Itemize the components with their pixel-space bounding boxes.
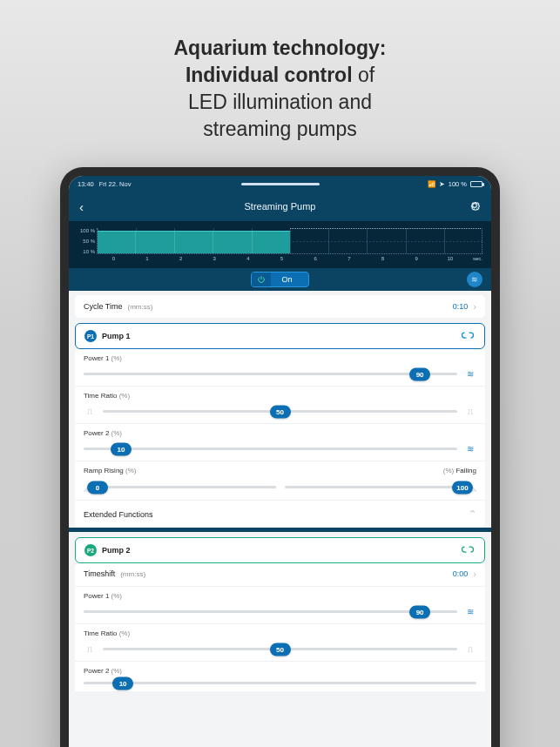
pump1-power1-row: Power 1 (%) 90 ≋: [75, 349, 485, 386]
x-tick: 5: [265, 256, 299, 261]
power2-label: Power 2: [84, 429, 109, 437]
battery-pct: 100 %: [449, 180, 467, 188]
pulse-icon: ⎍: [464, 407, 476, 416]
ramp-falling-label: Falling: [455, 467, 476, 474]
section-divider: [69, 528, 491, 532]
marketing-headline: Aquarium technology: Individual control …: [0, 0, 560, 167]
power2-unit: (%): [111, 429, 122, 437]
cycle-time-row[interactable]: Cycle Time (mm:ss) 0:10 ›: [75, 295, 485, 318]
extended-label: Extended Functions: [84, 510, 153, 519]
y-tick-100: 100 %: [78, 228, 95, 233]
pump1-name: Pump 1: [102, 332, 131, 340]
x-tick: 6: [299, 256, 333, 261]
home-indicator: [241, 183, 320, 185]
ramp-rising-slider[interactable]: 0: [98, 486, 276, 488]
tablet-screen: 13:40 Fri 22. Nov 📶 ➤ 100 % ‹ Streaming …: [69, 176, 491, 747]
power2-thumb[interactable]: 10: [111, 442, 132, 455]
y-tick-50: 50 %: [78, 239, 95, 244]
pump1-ramp-row: Ramp Rising (%) ◿ 0 (%): [75, 461, 485, 500]
y-tick-10: 10 %: [78, 249, 95, 254]
pump2-name: Pump 2: [102, 546, 131, 555]
timeshift-label: Timeshift: [84, 569, 115, 578]
pump1-power2-row: Power 2 (%) 10 ≋: [75, 423, 485, 461]
x-tick: 3: [198, 256, 232, 261]
waves-icon[interactable]: ≋: [464, 369, 476, 379]
chart-wave: [98, 231, 290, 253]
page-title: Streaming Pump: [97, 201, 463, 212]
timeratio-slider[interactable]: 50: [103, 410, 457, 413]
ramp-rising-thumb[interactable]: 0: [87, 481, 108, 494]
x-tick: 10: [433, 256, 467, 261]
location-icon: ➤: [439, 180, 445, 188]
p2-power2-thumb[interactable]: 10: [112, 676, 133, 690]
x-tick: 0: [97, 256, 131, 261]
cycle-value: 0:10: [453, 302, 469, 311]
x-unit: sec.: [467, 256, 482, 261]
status-date: Fri 22. Nov: [99, 180, 132, 188]
ramp-rising-label: Ramp Rising: [84, 467, 124, 474]
power1-slider[interactable]: 90: [84, 373, 457, 375]
waves-icon[interactable]: ≋: [464, 444, 476, 454]
ramp-falling-thumb[interactable]: 100: [452, 481, 473, 494]
timeratio-label: Time Ratio: [84, 392, 117, 400]
waves-icon: ≋: [471, 275, 478, 284]
timeshift-unit: (mm:ss): [120, 570, 145, 578]
p2-power1-thumb[interactable]: 90: [409, 605, 430, 618]
p2-power1-slider[interactable]: 90: [84, 610, 457, 613]
timeratio-unit: (%): [119, 392, 130, 400]
x-tick: 7: [332, 256, 366, 261]
cycle-unit: (mm:ss): [128, 303, 153, 311]
x-tick: 1: [131, 256, 165, 261]
pulse-icon: ⎍: [464, 644, 476, 654]
p2-power2-unit: (%): [111, 667, 122, 675]
power1-thumb[interactable]: 90: [409, 367, 430, 380]
extended-functions-row[interactable]: Extended Functions ⌃: [75, 500, 485, 528]
power-toggle[interactable]: On: [251, 272, 308, 287]
p2-timeratio-thumb[interactable]: 50: [270, 643, 291, 656]
ramp-rising-unit: (%): [125, 467, 136, 474]
pump2-timeshift-row[interactable]: Timeshift (mm:ss) 0:00 ›: [75, 563, 485, 586]
headline-line2-reg: of: [353, 64, 375, 86]
power-label: On: [271, 275, 307, 284]
x-tick: 9: [400, 256, 434, 261]
chevron-right-icon: ›: [473, 569, 476, 579]
nav-header: ‹ Streaming Pump: [69, 192, 491, 221]
p2-timeratio-label: Time Ratio: [84, 629, 117, 637]
pump2-badge: P2: [84, 544, 97, 556]
x-tick: 2: [164, 256, 198, 261]
tablet-frame: 13:40 Fri 22. Nov 📶 ➤ 100 % ‹ Streaming …: [60, 167, 500, 747]
pump2-timeratio-row: Time Ratio (%) ⎍ 50 ⎍: [75, 623, 485, 661]
headline-line2-bold: Individual control: [186, 64, 353, 86]
timeratio-thumb[interactable]: 50: [270, 405, 291, 418]
pulse-icon: ⎍: [84, 644, 96, 654]
headline-line1: Aquarium technology:: [173, 37, 386, 59]
settings-button[interactable]: [463, 199, 481, 213]
waves-icon[interactable]: ≋: [464, 607, 476, 616]
chevron-right-icon: ›: [473, 301, 476, 312]
pump2-header[interactable]: P2 Pump 2: [75, 537, 485, 563]
pump2-power1-row: Power 1 (%) 90 ≋: [75, 586, 485, 623]
wave-mode-button[interactable]: ≋: [467, 272, 482, 287]
pump1-header[interactable]: P1 Pump 1: [75, 323, 485, 349]
ramp-falling-slider[interactable]: 100: [285, 486, 463, 488]
chart-panel: 100 % 50 % 10 % 0 1 2 3 4: [69, 221, 491, 268]
status-bar: 13:40 Fri 22. Nov 📶 ➤ 100 %: [69, 176, 491, 192]
chevron-up-icon: ⌃: [469, 508, 476, 520]
chart-plot[interactable]: [97, 228, 482, 254]
power-row: On ≋: [69, 268, 491, 291]
pump1-timeratio-row: Time Ratio (%) ⎍ 50 ⎍: [75, 386, 485, 423]
headline-line3: LED illumination and: [188, 91, 372, 113]
battery-icon: [470, 181, 482, 187]
pulse-icon: ⎍: [84, 407, 96, 416]
link-icon[interactable]: [460, 544, 476, 556]
link-icon[interactable]: [460, 330, 476, 342]
wifi-icon: 📶: [428, 180, 435, 188]
p2-power2-slider[interactable]: 10: [84, 682, 476, 684]
back-button[interactable]: ‹: [79, 199, 97, 214]
power2-slider[interactable]: 10: [84, 448, 457, 450]
p2-timeratio-slider[interactable]: 50: [103, 648, 457, 650]
p2-power1-unit: (%): [111, 592, 122, 600]
status-time: 13:40: [78, 180, 94, 188]
gear-icon: [469, 199, 481, 212]
ramp-falling-unit: (%): [443, 467, 454, 474]
